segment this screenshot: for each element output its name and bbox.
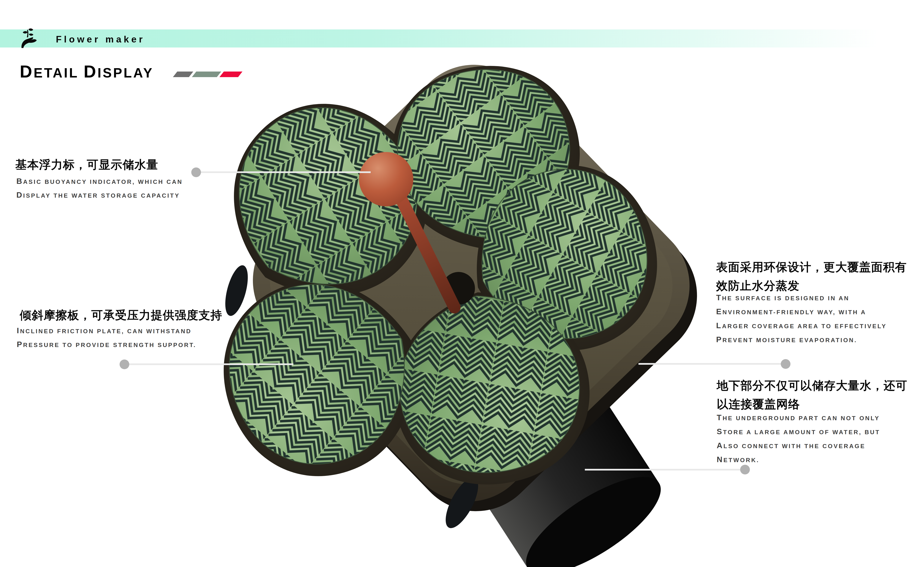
callout-friction-line — [125, 363, 293, 365]
callout-underground-en: STORE A LARGE AMOUNT OF WATER, BUT — [717, 428, 880, 436]
callout-buoyancy-line — [197, 171, 370, 173]
brand-name: Flower maker — [56, 34, 145, 45]
callout-surface-dot — [781, 359, 790, 369]
callout-surface-en: LARGER COVERAGE AREA TO EFFECTIVELY — [716, 322, 887, 330]
callout-underground-cn: 地下部分不仅可以储存大量水，还可 — [717, 378, 908, 393]
callout-friction-en: INCLINED FRICTION PLATE, CAN WITHSTAND — [17, 327, 192, 335]
callout-underground-en: NETWORK. — [717, 456, 759, 464]
callout-buoyancy-dot — [191, 168, 201, 177]
callout-surface-line — [639, 363, 786, 365]
page-title: Detaildisplay — [20, 62, 159, 81]
page-title-word: display — [84, 62, 154, 81]
callout-friction-dot — [120, 360, 129, 369]
callout-surface-en: THE SURFACE IS DESIGNED IN AN — [716, 294, 849, 302]
callout-underground-en: ALSO CONNECT WITH THE COVERAGE — [717, 442, 866, 450]
callout-buoyancy-en: DISPLAY THE WATER STORAGE CAPACITY — [16, 191, 180, 199]
callout-underground-dot — [740, 465, 750, 474]
callout-underground-en: THE UNDERGROUND PART CAN NOT ONLY — [717, 414, 880, 422]
callout-friction-en: PRESSURE TO PROVIDE STRENGTH SUPPORT. — [17, 340, 196, 349]
title-accent-bar-green — [192, 72, 221, 77]
callout-buoyancy-cn: 基本浮力标，可显示储水量 — [15, 157, 158, 172]
callout-surface-en: PREVENT MOISTURE EVAPORATION. — [716, 336, 857, 344]
callout-surface-cn: 效防止水分蒸发 — [716, 278, 800, 294]
callout-surface-cn: 表面采用环保设计，更大覆盖面积有 — [716, 259, 907, 275]
callout-friction-cn: 倾斜摩擦板，可承受压力提供强度支持 — [20, 308, 222, 323]
buoyancy-indicator-ball — [359, 152, 413, 206]
page-title-word: Detail — [20, 62, 79, 81]
callout-surface-en: ENVIRONMENT-FRIENDLY WAY, WITH A — [716, 308, 866, 316]
callout-buoyancy-en: BASIC BUOYANCY INDICATOR, WHICH CAN — [16, 177, 183, 186]
callout-underground-cn: 以连接覆盖网络 — [717, 396, 800, 412]
callout-underground-line — [585, 469, 745, 471]
brand-logo-icon — [18, 28, 39, 48]
